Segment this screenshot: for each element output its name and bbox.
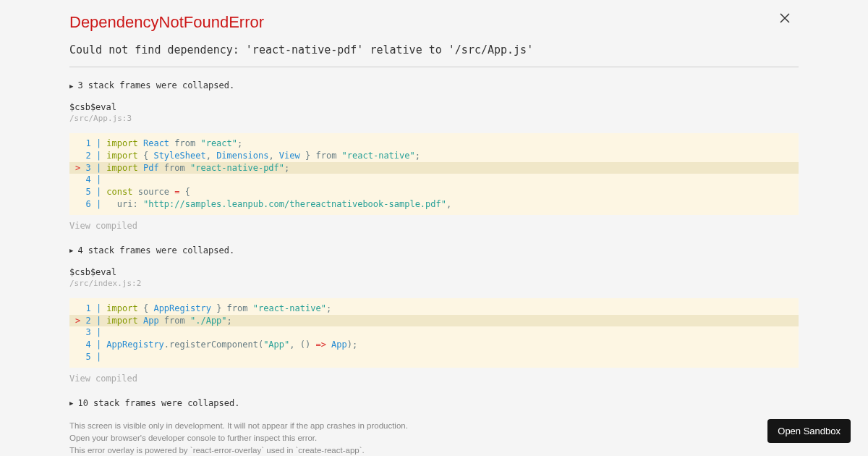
error-message: Could not find dependency: 'react-native…: [69, 43, 799, 56]
view-compiled-link[interactable]: View compiled: [69, 221, 799, 231]
open-sandbox-button[interactable]: Open Sandbox: [767, 419, 851, 443]
view-compiled-link[interactable]: View compiled: [69, 373, 799, 384]
footer-line: This error overlay is powered by `react-…: [69, 444, 799, 456]
collapsed-frames-toggle[interactable]: 4 stack frames were collapsed.: [69, 245, 799, 256]
stack-frame-location: /src/index.js:2: [69, 279, 799, 288]
error-title: DependencyNotFoundError: [69, 13, 799, 32]
stack-frame-name: $csb$eval: [69, 102, 799, 112]
close-icon[interactable]: [780, 13, 790, 26]
code-snippet: 1 | import { AppRegistry } from "react-n…: [69, 298, 799, 368]
footer-note: This screen is visible only in developme…: [69, 420, 799, 456]
stack-frame-location: /src/App.js:3: [69, 114, 799, 123]
footer-line: This screen is visible only in developme…: [69, 420, 799, 432]
collapsed-frames-toggle[interactable]: 3 stack frames were collapsed.: [69, 80, 799, 90]
separator: [69, 67, 799, 67]
code-snippet: 1 | import React from "react"; 2 | impor…: [69, 133, 799, 215]
stack-frame-name: $csb$eval: [69, 267, 799, 277]
collapsed-frames-toggle[interactable]: 10 stack frames were collapsed.: [69, 398, 799, 408]
footer-line: Open your browser's developer console to…: [69, 432, 799, 444]
